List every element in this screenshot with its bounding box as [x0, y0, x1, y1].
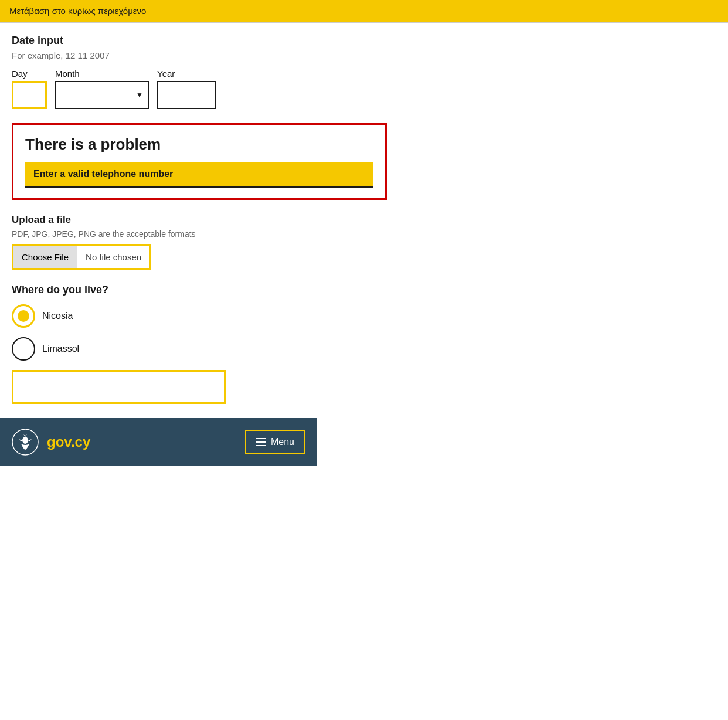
gov-logo-icon — [12, 429, 39, 456]
year-field-group: Year — [157, 69, 216, 109]
skip-link[interactable]: Μετάβαση στο κυρίως περιεχόμενο — [9, 6, 146, 16]
radio-label-limassol: Limassol — [42, 344, 79, 354]
choose-file-button[interactable]: Choose File — [13, 246, 77, 268]
file-input-wrapper: Choose File No file chosen — [12, 244, 151, 270]
text-input[interactable] — [13, 372, 224, 402]
month-field-group: Month January February March April May J… — [55, 69, 149, 109]
menu-button[interactable]: Menu — [245, 430, 305, 454]
day-label: Day — [12, 69, 47, 79]
error-title: There is a problem — [25, 135, 373, 154]
svg-point-2 — [23, 439, 25, 440]
upload-hint: PDF, JPG, JPEG, PNG are the acceptable f… — [12, 229, 387, 239]
radio-label-nicosia: Nicosia — [42, 311, 73, 321]
radio-item-limassol[interactable]: Limassol — [12, 337, 387, 361]
radio-circle-limassol — [12, 337, 35, 361]
upload-title: Upload a file — [12, 214, 387, 226]
date-input-title: Date input — [12, 35, 387, 47]
skip-bar: Μετάβαση στο κυρίως περιεχόμενο — [0, 0, 728, 23]
date-input-section: Date input For example, 12 11 2007 Day M… — [12, 35, 387, 109]
radio-section: Where do you live? Nicosia Limassol — [12, 284, 387, 404]
footer-gov-part: gov. — [47, 434, 75, 450]
year-label: Year — [157, 69, 216, 79]
menu-label: Menu — [271, 437, 294, 447]
file-name-label: No file chosen — [77, 246, 149, 268]
date-input-hint: For example, 12 11 2007 — [12, 50, 387, 60]
radio-circle-nicosia — [12, 304, 35, 328]
day-input[interactable] — [12, 81, 47, 109]
upload-section: Upload a file PDF, JPG, JPEG, PNG are th… — [12, 214, 387, 270]
footer-cy-part: cy — [75, 434, 91, 450]
hamburger-line-2 — [256, 441, 266, 443]
main-content: Date input For example, 12 11 2007 Day M… — [0, 23, 399, 404]
footer-gov-text: gov.cy — [47, 434, 90, 450]
svg-point-1 — [22, 437, 28, 444]
choose-file-btn[interactable]: Choose File — [13, 246, 77, 268]
svg-point-3 — [26, 439, 27, 440]
month-select-wrapper: January February March April May June Ju… — [55, 81, 149, 109]
year-input[interactable] — [157, 81, 216, 109]
radio-group: Nicosia Limassol — [12, 304, 387, 361]
radio-inner-nicosia — [18, 310, 29, 322]
hamburger-line-1 — [256, 438, 266, 439]
date-fields: Day Month January February March April M… — [12, 69, 387, 109]
radio-title: Where do you live? — [12, 284, 387, 296]
day-field-group: Day — [12, 69, 47, 109]
footer-brand: gov.cy — [12, 429, 90, 456]
hamburger-line-3 — [256, 445, 266, 446]
text-input-wrapper — [12, 370, 226, 404]
hamburger-icon — [256, 438, 266, 446]
radio-item-nicosia[interactable]: Nicosia — [12, 304, 387, 328]
footer: gov.cy Menu — [0, 418, 317, 466]
error-link[interactable]: Enter a valid telephone number — [25, 162, 373, 188]
month-select[interactable]: January February March April May June Ju… — [55, 81, 149, 109]
month-label: Month — [55, 69, 149, 79]
error-box: There is a problem Enter a valid telepho… — [12, 123, 387, 200]
